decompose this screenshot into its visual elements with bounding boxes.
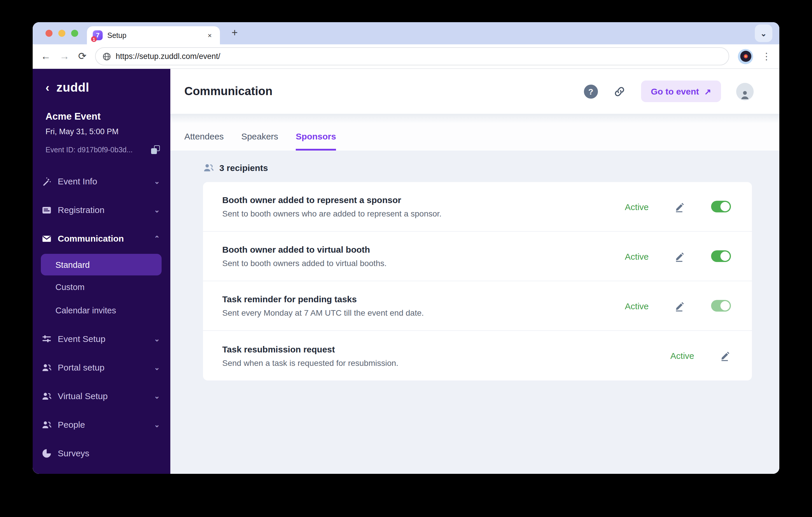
- recipients-count: 3 recipients: [219, 163, 268, 173]
- sidebar-item-registration[interactable]: Registration ⌄: [33, 196, 170, 224]
- chevron-down-icon: ⌄: [154, 335, 160, 343]
- sidebar-item-label: Event Info: [58, 176, 97, 186]
- sliders-icon: [41, 333, 52, 344]
- back-chevron-icon[interactable]: ‹: [46, 82, 49, 93]
- new-tab-button[interactable]: +: [228, 26, 241, 40]
- sidebar-item-communication[interactable]: Communication ⌃: [33, 224, 170, 253]
- edit-icon[interactable]: [674, 201, 686, 212]
- notification-title: Task resubmission request: [222, 344, 670, 354]
- url-text[interactable]: https://setup.zuddl.com/event/: [116, 52, 221, 61]
- status-badge: Active: [625, 251, 649, 261]
- notification-row: Booth owner added to represent a sponsor…: [203, 182, 752, 232]
- chevron-down-icon: ⌄: [154, 206, 160, 214]
- tab-attendees[interactable]: Attendees: [184, 131, 224, 150]
- sidebar-subitem-calendar-invites[interactable]: Calendar invites: [33, 299, 170, 322]
- event-datetime: Fri, May 31, 5:00 PM: [46, 127, 160, 136]
- link-icon[interactable]: [613, 85, 626, 98]
- notifications-card: Booth owner added to represent a sponsor…: [203, 182, 752, 380]
- reload-icon[interactable]: ⟳: [78, 51, 87, 61]
- notification-title: Task reminder for pending tasks: [222, 294, 625, 304]
- external-link-icon: ↗: [704, 87, 711, 96]
- sidebar-item-people[interactable]: People ⌄: [33, 410, 170, 439]
- go-to-event-label: Go to event: [651, 86, 699, 96]
- sidebar-menu: Event Info ⌄ Registration ⌄: [33, 167, 170, 474]
- recipients-summary: 3 recipients: [203, 162, 752, 173]
- tab-title: Setup: [107, 31, 205, 39]
- registration-card-icon: [41, 204, 52, 215]
- sidebar-logo-row[interactable]: ‹ zuddl: [33, 81, 170, 94]
- status-badge: Active: [625, 301, 649, 311]
- close-tab-icon[interactable]: ×: [205, 30, 214, 40]
- copy-icon[interactable]: [151, 145, 160, 154]
- recipients-people-icon: [203, 162, 214, 173]
- tab-search-chevron-icon[interactable]: ⌄: [755, 25, 772, 42]
- chevron-up-icon: ⌃: [154, 234, 160, 242]
- chevron-down-icon: ⌄: [154, 363, 160, 371]
- back-icon[interactable]: ←: [41, 51, 51, 61]
- event-id: Event ID: d917b0f9-0b3d...: [46, 146, 133, 154]
- event-summary: Acme Event Fri, May 31, 5:00 PM Event ID…: [33, 111, 170, 154]
- notification-description: Sent to booth owners who are added to re…: [222, 209, 625, 218]
- sidebar-item-label: Portal setup: [58, 362, 105, 372]
- page-header: Communication Go to event ↗: [170, 69, 779, 114]
- event-name: Acme Event: [46, 111, 160, 122]
- edit-icon[interactable]: [720, 350, 731, 361]
- sidebar-item-label: Registration: [58, 205, 105, 215]
- pie-chart-icon: [41, 448, 52, 459]
- sidebar-item-on-site[interactable]: On-site ⌄: [33, 467, 170, 474]
- subitem-label: Custom: [55, 282, 85, 292]
- browser-menu-icon[interactable]: ⋮: [762, 51, 771, 62]
- notification-title: Booth owner added to virtual booth: [222, 245, 625, 254]
- people-icon: [41, 362, 52, 373]
- sidebar-subitem-custom[interactable]: Custom: [33, 276, 170, 299]
- user-avatar[interactable]: [736, 83, 754, 100]
- sidebar-item-virtual-setup[interactable]: Virtual Setup ⌄: [33, 382, 170, 410]
- chevron-down-icon: ⌄: [154, 392, 160, 400]
- address-bar[interactable]: https://setup.zuddl.com/event/: [95, 47, 729, 65]
- zoom-window-button[interactable]: [71, 30, 78, 37]
- toggle-switch[interactable]: [711, 250, 731, 262]
- notification-row: Task reminder for pending tasks Sent eve…: [203, 281, 752, 331]
- browser-tab-setup[interactable]: 7 1 Setup ×: [87, 26, 220, 44]
- toggle-switch[interactable]: [711, 201, 731, 212]
- content-area: 3 recipients Booth owner added to repres…: [170, 150, 779, 474]
- notification-description: Send when a task is requested for resubm…: [222, 358, 670, 367]
- subitem-label: Standard: [55, 260, 90, 269]
- edit-icon[interactable]: [674, 300, 686, 311]
- people-icon: [41, 391, 52, 401]
- wand-icon: [41, 176, 52, 187]
- screen: 7 1 Setup × + ⌄ ← → ⟳ https://setup.zudd…: [0, 0, 812, 517]
- sidebar-item-portal-setup[interactable]: Portal setup ⌄: [33, 353, 170, 382]
- browser-profile-avatar[interactable]: [738, 49, 753, 64]
- page-title: Communication: [184, 85, 272, 98]
- notification-description: Sent to booth owners added to virtual bo…: [222, 258, 625, 268]
- edit-icon[interactable]: [674, 251, 686, 262]
- tab-speakers[interactable]: Speakers: [241, 131, 278, 150]
- sidebar-item-surveys[interactable]: Surveys: [33, 439, 170, 467]
- main-panel: Communication Go to event ↗: [170, 69, 779, 474]
- tab-sponsors[interactable]: Sponsors: [296, 131, 336, 150]
- subitem-label: Calendar invites: [55, 306, 116, 315]
- chevron-down-icon: ⌄: [154, 421, 160, 429]
- sidebar-item-label: People: [58, 420, 85, 429]
- people-icon: [41, 419, 52, 430]
- sidebar-item-label: Event Setup: [58, 334, 105, 344]
- notification-badge: 1: [91, 36, 97, 42]
- toggle-switch: [711, 300, 731, 312]
- help-icon[interactable]: [584, 84, 598, 98]
- browser-tabstrip: 7 1 Setup × + ⌄: [33, 22, 779, 44]
- status-badge: Active: [670, 351, 694, 361]
- notification-title: Booth owner added to represent a sponsor: [222, 195, 625, 205]
- communication-submenu: Standard Custom Calendar invites: [33, 254, 170, 322]
- notification-description: Sent every Monday at 7 AM UTC till the e…: [222, 308, 625, 317]
- notification-row: Task resubmission request Send when a ta…: [203, 331, 752, 380]
- go-to-event-button[interactable]: Go to event ↗: [641, 81, 721, 102]
- minimize-window-button[interactable]: [58, 30, 65, 37]
- window-controls: [46, 30, 78, 37]
- sidebar-item-event-info[interactable]: Event Info ⌄: [33, 167, 170, 196]
- sidebar-item-event-setup[interactable]: Event Setup ⌄: [33, 324, 170, 353]
- sidebar-item-label: Surveys: [58, 448, 89, 458]
- mail-icon: [41, 233, 52, 244]
- sidebar-subitem-standard[interactable]: Standard: [41, 254, 162, 276]
- close-window-button[interactable]: [46, 30, 53, 37]
